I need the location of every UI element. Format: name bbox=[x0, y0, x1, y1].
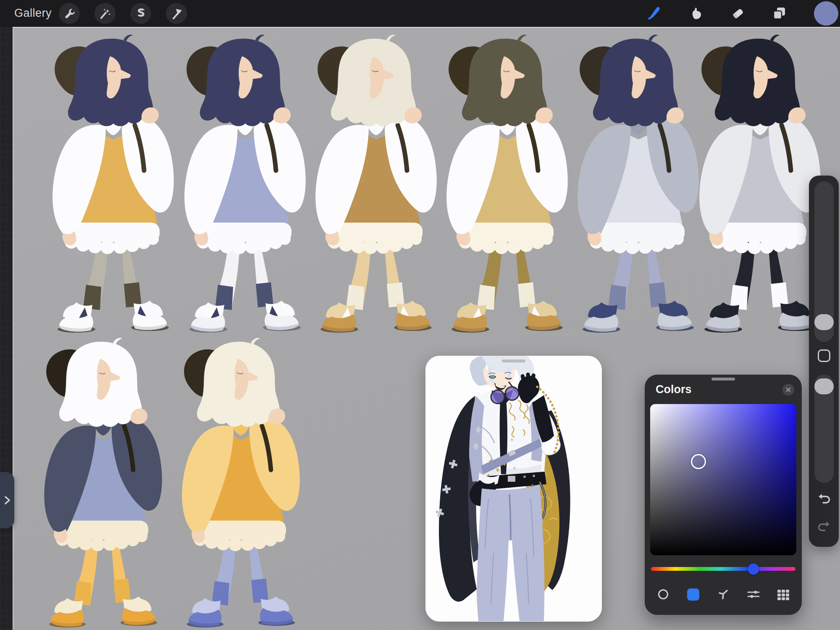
tab-disc-mode[interactable] bbox=[655, 586, 672, 603]
colors-panel: Colors bbox=[645, 375, 802, 615]
tab-palettes-mode[interactable] bbox=[775, 586, 792, 603]
undo-button[interactable] bbox=[817, 493, 831, 505]
s-curve-icon bbox=[135, 8, 147, 19]
chevron-right-icon bbox=[2, 494, 13, 506]
tab-harmony-mode[interactable] bbox=[715, 586, 732, 603]
canvas-outside-strip bbox=[0, 27, 13, 630]
character-variant bbox=[310, 34, 444, 334]
transform-button[interactable] bbox=[166, 3, 187, 24]
paint-tool-button[interactable] bbox=[643, 3, 664, 24]
brush-size-slider[interactable] bbox=[814, 181, 834, 342]
colors-close-button[interactable] bbox=[782, 384, 794, 396]
brush-sidebar bbox=[809, 176, 839, 547]
selection-button[interactable] bbox=[130, 3, 151, 24]
magic-wand-icon bbox=[99, 8, 111, 19]
arrow-cursor-icon bbox=[171, 8, 182, 19]
brush-opacity-handle[interactable] bbox=[814, 378, 834, 394]
undo-icon bbox=[817, 494, 831, 504]
character-variant bbox=[179, 34, 313, 334]
current-color-swatch[interactable] bbox=[814, 1, 838, 26]
redo-icon bbox=[817, 521, 831, 532]
character-variant bbox=[441, 34, 575, 334]
color-mode-tabs bbox=[655, 585, 792, 604]
brush-opacity-slider[interactable] bbox=[814, 375, 834, 483]
colors-drag-handle[interactable] bbox=[711, 378, 735, 381]
character-variant bbox=[176, 337, 307, 629]
eraser-icon bbox=[731, 7, 745, 20]
finger-icon bbox=[689, 7, 703, 20]
top-toolbar: Gallery bbox=[0, 0, 840, 27]
hue-slider[interactable] bbox=[651, 567, 795, 571]
layers-icon bbox=[772, 6, 786, 21]
value-sliders-icon bbox=[747, 588, 760, 601]
modify-button[interactable] bbox=[818, 349, 830, 362]
saturation-brightness-picker[interactable] bbox=[650, 404, 796, 555]
colors-panel-title: Colors bbox=[656, 383, 692, 396]
character-variant bbox=[39, 337, 170, 629]
reference-drag-handle[interactable] bbox=[502, 360, 525, 362]
brush-size-handle[interactable] bbox=[814, 314, 834, 330]
brush-icon bbox=[647, 6, 661, 21]
palettes-grid-icon bbox=[777, 588, 790, 601]
tab-value-mode[interactable] bbox=[745, 586, 762, 603]
hue-knob[interactable] bbox=[748, 563, 759, 575]
actions-button[interactable] bbox=[59, 3, 80, 24]
sidebar-expand-tab[interactable] bbox=[0, 472, 14, 528]
picker-ring[interactable] bbox=[691, 454, 706, 469]
close-icon bbox=[785, 387, 791, 393]
harmony-icon bbox=[717, 588, 730, 601]
character-variant bbox=[572, 34, 706, 334]
character-variant bbox=[47, 34, 181, 334]
layers-button[interactable] bbox=[769, 3, 790, 24]
adjustments-button[interactable] bbox=[94, 3, 116, 24]
reference-image-panel[interactable] bbox=[425, 356, 602, 622]
redo-button[interactable] bbox=[817, 521, 831, 533]
erase-tool-button[interactable] bbox=[727, 3, 748, 24]
reference-image bbox=[425, 356, 602, 622]
wrench-icon bbox=[63, 8, 75, 19]
tab-classic-mode[interactable] bbox=[685, 586, 702, 603]
gallery-button[interactable]: Gallery bbox=[14, 7, 52, 20]
classic-icon bbox=[687, 588, 699, 601]
disc-icon bbox=[658, 589, 668, 599]
smudge-tool-button[interactable] bbox=[685, 3, 706, 24]
character-variant bbox=[694, 34, 828, 334]
procreate-app: Gallery bbox=[0, 0, 840, 630]
